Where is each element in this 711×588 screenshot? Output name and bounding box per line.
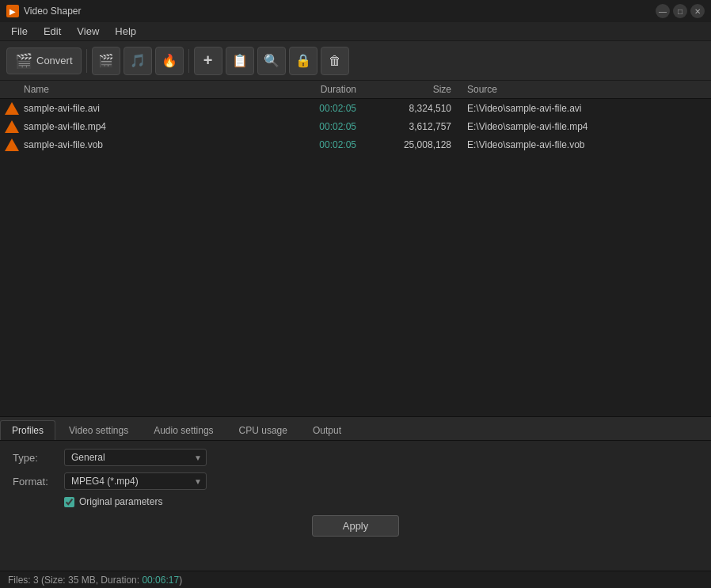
menu-item-edit[interactable]: Edit [36,24,69,39]
file-list-container: Name Duration Size Source sample-avi-fil… [0,81,711,416]
maximize-button[interactable]: □ [673,4,687,18]
menu-item-file[interactable]: File [3,24,36,39]
tab-content: Type: General ▼ Format: MPEG4 (*.mp4) ▼ [0,441,711,571]
profiles-content: Type: General ▼ Format: MPEG4 (*.mp4) ▼ [13,449,698,537]
paste-button[interactable]: 📋 [226,47,254,75]
add-button[interactable]: + [194,47,222,75]
title-bar-left: ▶ Video Shaper [6,5,82,17]
file-duration: 00:02:05 [285,139,364,150]
toolbar-separator [86,49,87,73]
file-duration: 00:02:05 [285,103,364,114]
title-bar: ▶ Video Shaper — □ ✕ [0,0,711,22]
info-button[interactable]: 🔒 [289,47,317,75]
status-bar: Files: 3 (Size: 35 MB, Duration: 00:06:1… [0,571,711,588]
burn-icon: 🔥 [162,53,177,68]
convert-button[interactable]: 🎬 Convert [6,47,82,74]
col-header-duration: Duration [285,84,364,95]
title-bar-controls: — □ ✕ [656,4,705,18]
table-row[interactable]: sample-avi-file.avi 00:02:05 8,324,510 E… [0,99,711,117]
format-label: Format: [13,476,64,487]
menu-item-view[interactable]: View [69,24,107,39]
file-list-header: Name Duration Size Source [0,81,711,99]
tab-video-settings[interactable]: Video settings [57,420,140,440]
app-icon: ▶ [6,5,19,17]
status-text: Files: 3 (Size: 35 MB, Duration: 00:06:1… [8,575,182,586]
tab-audio-settings[interactable]: Audio settings [142,420,225,440]
tab-cpu-usage[interactable]: CPU usage [227,420,299,440]
type-select[interactable]: General [64,449,207,466]
minimize-button[interactable]: — [656,4,670,18]
apply-btn-wrap: Apply [13,515,698,537]
title-text: Video Shaper [24,6,82,17]
video-tool-icon: 🎬 [98,53,114,68]
file-icon [0,138,24,151]
type-select-wrap: General ▼ [64,449,207,466]
toolbar-separator-2 [188,49,189,73]
status-files-text: Files: 3 (Size: 35 MB, Duration: [8,575,142,586]
file-name: sample-avi-file.avi [24,103,285,114]
file-source: E:\Video\sample-avi-file.mp4 [459,121,711,132]
file-source: E:\Video\sample-avi-file.avi [459,103,711,114]
file-size: 8,324,510 [364,103,459,114]
tab-output[interactable]: Output [301,420,353,440]
status-duration: 00:06:17 [142,575,179,586]
table-row[interactable]: sample-avi-file.vob 00:02:05 25,008,128 … [0,135,711,154]
add-icon: + [203,51,213,70]
original-params-row: Original parameters [64,496,698,507]
file-name: sample-avi-file.vob [24,139,285,150]
type-row: Type: General ▼ [13,449,698,466]
convert-label: Convert [36,55,73,66]
format-select[interactable]: MPEG4 (*.mp4) [64,472,207,490]
search-button[interactable]: 🔍 [257,47,286,75]
toolbar: 🎬 Convert 🎬 🎵 🔥 + 📋 🔍 🔒 🗑 [0,41,711,81]
original-params-label[interactable]: Original parameters [79,496,162,507]
col-header-source: Source [459,84,711,95]
format-select-wrap: MPEG4 (*.mp4) ▼ [64,472,207,490]
file-size: 3,612,757 [364,121,459,132]
tabs-bar: ProfilesVideo settingsAudio settingsCPU … [0,417,711,441]
audio-tool-button[interactable]: 🎵 [124,47,152,75]
close-button[interactable]: ✕ [690,4,705,18]
file-icon [0,119,24,133]
format-row: Format: MPEG4 (*.mp4) ▼ [13,472,698,490]
table-row[interactable]: sample-avi-file.mp4 00:02:05 3,612,757 E… [0,117,711,135]
col-header-name: Name [0,84,285,95]
paste-icon: 📋 [232,53,248,68]
status-end: ) [179,575,182,586]
file-name: sample-avi-file.mp4 [24,121,285,132]
type-label: Type: [13,452,64,464]
burn-button[interactable]: 🔥 [155,47,184,75]
bottom-panel: ProfilesVideo settingsAudio settingsCPU … [0,416,711,571]
file-duration: 00:02:05 [285,121,364,132]
file-icon [0,101,24,115]
file-source: E:\Video\sample-avi-file.vob [459,139,711,150]
tab-profiles[interactable]: Profiles [0,420,55,440]
delete-button[interactable]: 🗑 [321,47,349,75]
menu-bar: FileEditViewHelp [0,22,711,41]
menu-item-help[interactable]: Help [107,24,144,39]
file-size: 25,008,128 [364,139,459,150]
video-tool-button[interactable]: 🎬 [92,47,120,75]
col-header-size: Size [364,84,459,95]
file-list: sample-avi-file.avi 00:02:05 8,324,510 E… [0,99,711,416]
delete-icon: 🗑 [329,54,341,68]
search-icon: 🔍 [264,53,279,68]
audio-tool-icon: 🎵 [130,53,146,68]
info-icon: 🔒 [295,53,311,68]
original-params-checkbox[interactable] [64,497,74,507]
apply-button[interactable]: Apply [312,515,400,537]
convert-icon: 🎬 [15,52,32,70]
